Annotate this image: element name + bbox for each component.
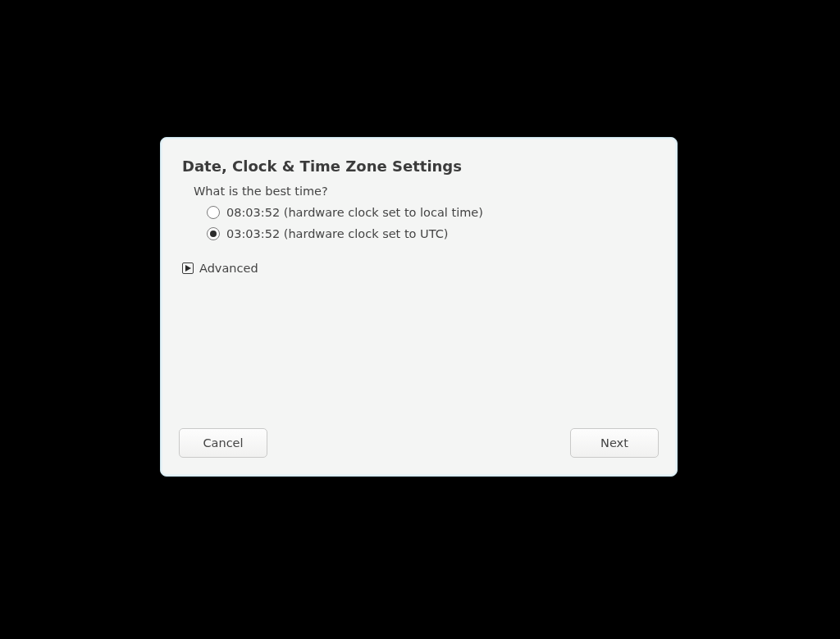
radio-option-local-time[interactable]: 08:03:52 (hardware clock set to local ti… <box>207 206 655 219</box>
prompt-text: What is the best time? <box>194 185 655 198</box>
radio-label-utc: 03:03:52 (hardware clock set to UTC) <box>226 227 448 240</box>
radio-icon <box>207 227 220 240</box>
radio-icon <box>207 206 220 219</box>
radio-label-local: 08:03:52 (hardware clock set to local ti… <box>226 206 483 219</box>
dialog-content: Date, Clock & Time Zone Settings What is… <box>161 138 677 420</box>
dialog-button-bar: Cancel Next <box>161 420 677 476</box>
next-button[interactable]: Next <box>570 428 659 458</box>
radio-option-utc[interactable]: 03:03:52 (hardware clock set to UTC) <box>207 227 655 240</box>
svg-marker-0 <box>185 265 191 272</box>
time-radio-group: 08:03:52 (hardware clock set to local ti… <box>207 206 655 240</box>
dialog-title: Date, Clock & Time Zone Settings <box>182 157 655 175</box>
timezone-settings-dialog: Date, Clock & Time Zone Settings What is… <box>160 137 678 477</box>
advanced-label: Advanced <box>199 262 258 275</box>
advanced-expander[interactable]: Advanced <box>182 262 655 275</box>
cancel-button[interactable]: Cancel <box>179 428 267 458</box>
triangle-right-icon <box>182 262 194 274</box>
